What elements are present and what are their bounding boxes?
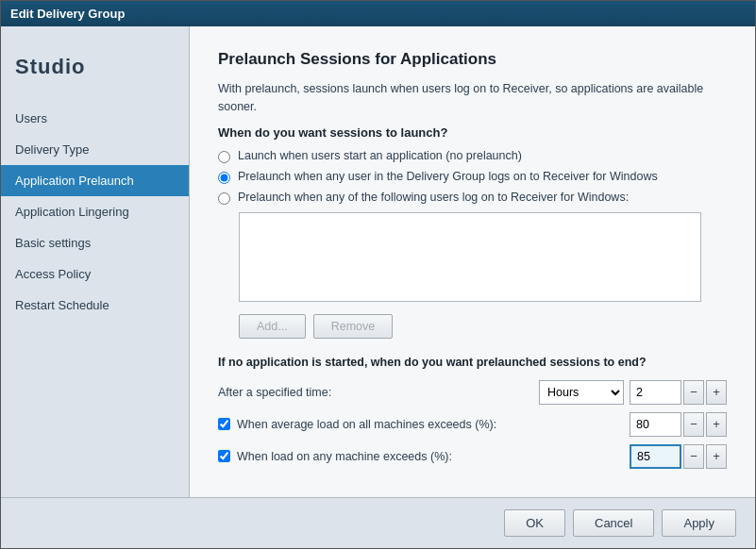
- avg-load-row: When average load on all machines exceed…: [218, 412, 727, 437]
- cancel-button[interactable]: Cancel: [573, 509, 654, 537]
- radio-following-users[interactable]: [218, 192, 230, 205]
- sidebar-item-basic-settings[interactable]: Basic settings: [1, 227, 189, 258]
- radio-group: Launch when users start an application (…: [218, 149, 727, 205]
- session-end-label: If no application is started, when do yo…: [218, 356, 727, 369]
- any-machine-increase-button[interactable]: +: [706, 444, 727, 469]
- radio-no-prelaunch[interactable]: [218, 151, 230, 163]
- radio-option-no-prelaunch[interactable]: Launch when users start an application (…: [218, 149, 727, 163]
- footer: OK Cancel Apply: [1, 497, 755, 548]
- time-stepper: − +: [630, 380, 727, 405]
- any-machine-input[interactable]: [630, 444, 681, 469]
- time-decrease-button[interactable]: −: [683, 380, 704, 405]
- any-machine-decrease-button[interactable]: −: [683, 444, 704, 469]
- time-input[interactable]: [630, 380, 681, 405]
- users-textarea[interactable]: [239, 212, 701, 302]
- sidebar-item-access-policy[interactable]: Access Policy: [1, 258, 189, 290]
- radio-any-user[interactable]: [218, 172, 230, 184]
- title-bar: Edit Delivery Group: [1, 1, 755, 26]
- avg-load-input[interactable]: [630, 412, 681, 437]
- add-remove-buttons: Add... Remove: [239, 314, 727, 339]
- window-title: Edit Delivery Group: [10, 7, 125, 21]
- page-title: Prelaunch Sessions for Applications: [218, 50, 727, 69]
- sidebar-item-application-prelaunch[interactable]: Application Prelaunch: [1, 165, 189, 196]
- sidebar-item-restart-schedule[interactable]: Restart Schedule: [1, 290, 189, 321]
- radio-option-following-users[interactable]: Prelaunch when any of the following user…: [218, 191, 727, 205]
- specified-time-label: After a specified time:: [218, 386, 539, 399]
- radio-option-any-user[interactable]: Prelaunch when any user in the Delivery …: [218, 170, 727, 184]
- description-text: With prelaunch, sessions launch when use…: [218, 80, 727, 116]
- avg-load-decrease-button[interactable]: −: [683, 412, 704, 437]
- avg-load-label: When average load on all machines exceed…: [237, 418, 630, 431]
- any-machine-stepper: − +: [630, 444, 727, 469]
- studio-logo: Studio: [1, 45, 189, 103]
- any-machine-row: When load on any machine exceeds (%): − …: [218, 444, 727, 469]
- sidebar-item-users[interactable]: Users: [1, 103, 189, 134]
- sidebar-item-application-lingering[interactable]: Application Lingering: [1, 196, 189, 227]
- specified-time-row: After a specified time: Hours Minutes − …: [218, 380, 727, 405]
- add-button[interactable]: Add...: [239, 314, 306, 339]
- sidebar: Studio Users Delivery Type Application P…: [1, 26, 190, 497]
- any-machine-label: When load on any machine exceeds (%):: [237, 450, 630, 463]
- ok-button[interactable]: OK: [504, 509, 565, 537]
- hours-dropdown[interactable]: Hours Minutes: [539, 380, 624, 405]
- avg-load-checkbox[interactable]: [218, 418, 230, 430]
- sidebar-item-delivery-type[interactable]: Delivery Type: [1, 134, 189, 165]
- apply-button[interactable]: Apply: [662, 509, 736, 537]
- main-content: Prelaunch Sessions for Applications With…: [190, 26, 755, 497]
- time-increase-button[interactable]: +: [706, 380, 727, 405]
- window-body: Studio Users Delivery Type Application P…: [1, 26, 755, 497]
- remove-button[interactable]: Remove: [313, 314, 394, 339]
- when-label: When do you want sessions to launch?: [218, 125, 727, 140]
- avg-load-increase-button[interactable]: +: [706, 412, 727, 437]
- avg-load-stepper: − +: [630, 412, 727, 437]
- any-machine-checkbox[interactable]: [218, 450, 230, 462]
- edit-delivery-group-window: Edit Delivery Group Studio Users Deliver…: [0, 0, 756, 549]
